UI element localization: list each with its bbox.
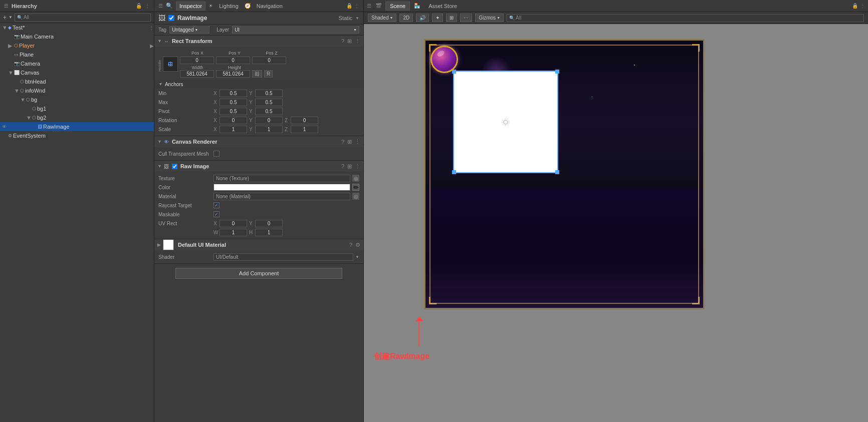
hierarchy-item-main-camera[interactable]: ▶ 📷 Main Camera [0, 32, 154, 41]
scale-z-input[interactable] [291, 126, 318, 133]
rect-transform-header[interactable]: ▼ ↔ Rect Transform ? ⊞ ⋮ [154, 36, 363, 47]
scene-search[interactable]: 🔍 All [507, 14, 864, 22]
scene-content[interactable]: 创建RawImage [364, 24, 868, 422]
dm-help-icon[interactable]: ? [349, 242, 352, 248]
hierarchy-item-test[interactable]: ▼ ◆ Test* ⋮ [0, 23, 154, 32]
audio-btn[interactable]: 🔊 [416, 14, 429, 22]
rt-posx-input[interactable] [180, 57, 214, 64]
shader-dropdown-icon[interactable]: ▼ [355, 255, 359, 259]
scene-more-icon[interactable]: ⋮ [860, 3, 865, 9]
ri-preset-icon[interactable]: ⊞ [347, 163, 352, 170]
rt-posy-input[interactable] [216, 57, 250, 64]
layer-dropdown[interactable]: UI ▼ [232, 26, 359, 34]
rt-constrain-btn[interactable]: ⛓ [252, 70, 262, 78]
color-picker-btn[interactable]: ✏ [352, 184, 359, 191]
dm-collapse-icon: ▶ [157, 242, 161, 247]
cr-preset-icon[interactable]: ⊞ [347, 139, 352, 145]
raw-image-preview[interactable] [453, 71, 558, 173]
anchors-max-x-input[interactable] [220, 99, 247, 106]
hierarchy-item-bg[interactable]: ▼ ⬡ bg [0, 95, 154, 104]
scale-x-input[interactable] [220, 126, 247, 133]
canvas-renderer-header[interactable]: ▼ 👁 Canvas Renderer ? ⊞ ⋮ [154, 136, 363, 147]
default-material-header[interactable]: ▶ Default UI Material ? ⚙ [154, 239, 363, 250]
test-more-icon[interactable]: ⋮ [149, 25, 154, 31]
hierarchy-item-btnhead[interactable]: ▶ ⬡ btnHead [0, 77, 154, 86]
go-header: 🖼 RawImage Static ▼ [154, 12, 363, 25]
hierarchy-item-plane[interactable]: ▶ ▭ Plane [0, 50, 154, 59]
scene-lock-icon[interactable]: 🔒 [852, 3, 858, 9]
rt-help-icon[interactable]: ? [341, 38, 344, 45]
render-mode-btn[interactable]: Shaded ▼ [368, 14, 396, 22]
add-icon[interactable]: + [3, 14, 7, 21]
uvrect-h-input[interactable] [255, 229, 283, 236]
scale-y-input[interactable] [255, 126, 283, 133]
uvrect-w-input[interactable] [220, 229, 247, 236]
texture-field[interactable]: None (Texture) [213, 175, 350, 182]
pivot-y-input[interactable] [255, 108, 283, 115]
anchors-min-y-input[interactable] [255, 90, 283, 97]
uvrect-x-input[interactable] [220, 220, 247, 227]
rt-height-input[interactable] [216, 70, 250, 78]
grid-btn[interactable]: ⊞ [446, 14, 457, 22]
rt-posz-input[interactable] [252, 57, 286, 64]
more-tools-btn[interactable]: ⋯ [460, 14, 472, 22]
ri-more-icon[interactable]: ⋮ [355, 163, 360, 170]
rotation-y-input[interactable] [255, 117, 283, 124]
bg1-icon: ⬡ [32, 106, 36, 111]
ri-enabled-checkbox[interactable] [172, 164, 177, 169]
hierarchy-item-camera[interactable]: ▶ 📷 Camera [0, 59, 154, 68]
2d-btn[interactable]: 2D [399, 14, 413, 22]
color-swatch[interactable] [213, 184, 350, 191]
hierarchy-item-canvas[interactable]: ▼ ⬜ Canvas [0, 68, 154, 77]
rt-width-input[interactable] [180, 70, 214, 78]
texture-pick-btn[interactable]: ◎ [352, 175, 359, 182]
dm-settings-icon[interactable]: ⚙ [355, 242, 360, 248]
material-pick-btn[interactable]: ◎ [352, 193, 359, 200]
hierarchy-more-icon[interactable]: ⋮ [145, 3, 150, 9]
rotation-x-input[interactable] [220, 117, 247, 124]
hierarchy-item-rawimage[interactable]: 👁 ▶ 🖼 RawImage [0, 122, 154, 131]
go-enabled-checkbox[interactable] [168, 15, 174, 21]
maskable-checkbox[interactable] [213, 211, 220, 217]
tab-inspector[interactable]: Inspector [176, 2, 205, 11]
rt-more-icon[interactable]: ⋮ [355, 38, 360, 45]
tag-dropdown[interactable]: Untagged ▼ [169, 26, 209, 34]
raycast-checkbox[interactable] [213, 202, 220, 208]
tab-asset-store[interactable]: Asset Store [424, 2, 462, 11]
hierarchy-lock-icon[interactable]: 🔓 [136, 3, 142, 9]
player-expand-right-icon[interactable]: ▶ [150, 43, 154, 49]
hierarchy-item-infownd[interactable]: ▼ ⬡ infoWnd [0, 86, 154, 95]
uvrect-y-input[interactable] [255, 220, 283, 227]
rotation-z-input[interactable] [291, 117, 318, 124]
tab-navigation[interactable]: Navigation [254, 2, 286, 10]
inspector-lock-icon[interactable]: 🔒 [346, 3, 352, 9]
hierarchy-item-bg1[interactable]: ▶ ⬡ bg1 [0, 104, 154, 113]
tab-lighting[interactable]: Lighting [216, 2, 242, 10]
hierarchy-item-eventsystem[interactable]: ▶ ⚙ EventSystem [0, 131, 154, 140]
cull-transparent-checkbox[interactable] [213, 151, 220, 157]
eye-icon[interactable]: 👁 [2, 124, 7, 129]
uvrect-fields: X Y [213, 220, 359, 227]
hierarchy-search[interactable]: 🔍 All [15, 14, 151, 22]
inspector-more-icon[interactable]: ⋮ [354, 3, 359, 9]
anchors-min-x-input[interactable] [220, 90, 247, 97]
pivot-x-input[interactable] [220, 108, 247, 115]
hierarchy-item-bg2[interactable]: ▼ ⬡ bg2 [0, 113, 154, 122]
gizmos-btn[interactable]: Gizmos ▼ [475, 14, 504, 22]
rt-preset-icon[interactable]: ⊞ [347, 38, 352, 45]
rt-reset-btn[interactable]: R [264, 70, 273, 78]
ri-help-icon[interactable]: ? [341, 163, 344, 170]
tab-scene[interactable]: Scene [385, 2, 410, 11]
hierarchy-item-player[interactable]: ▶ ⬡ Player ▶ [0, 41, 154, 50]
raw-image-header[interactable]: ▼ 🖼 Raw Image ? ⊞ ⋮ [154, 161, 363, 172]
material-field[interactable]: None (Material) [213, 193, 350, 200]
anchors-max-y-input[interactable] [255, 99, 283, 106]
rt-diagram[interactable] [163, 57, 178, 72]
static-dropdown-icon[interactable]: ▼ [355, 16, 359, 21]
shader-field[interactable]: UI/Default [213, 253, 353, 261]
fx-btn[interactable]: ✦ [432, 14, 443, 22]
dropdown-arrow-icon[interactable]: ▼ [9, 15, 13, 20]
cr-help-icon[interactable]: ? [341, 139, 344, 145]
cr-more-icon[interactable]: ⋮ [355, 139, 360, 145]
add-component-button[interactable]: Add Component [175, 268, 343, 279]
